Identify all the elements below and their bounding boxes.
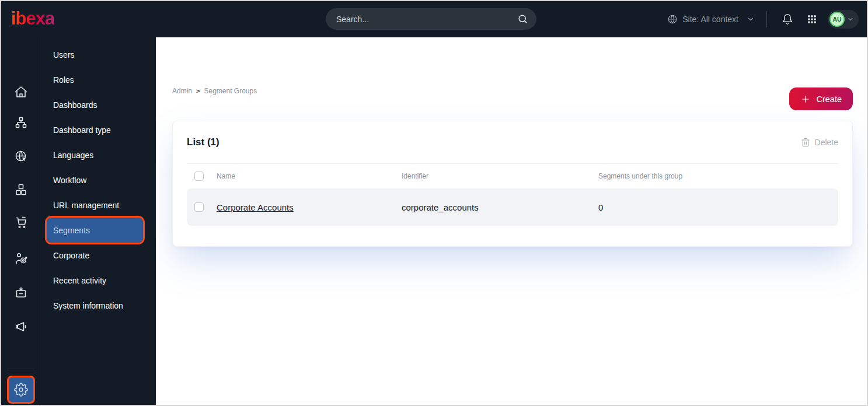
list-title: List (1): [187, 136, 219, 148]
topbar-right-cluster: Site: All context AU: [667, 1, 859, 37]
sidebar-item-products[interactable]: [1, 182, 40, 197]
delete-button[interactable]: Delete: [801, 138, 838, 147]
rail-divider: [7, 369, 34, 369]
icon-rail: [1, 37, 40, 405]
global-search[interactable]: [326, 8, 536, 30]
list-card: List (1) Delete Name Identifier Segments…: [172, 121, 853, 247]
site-context-label: Site: All context: [682, 15, 738, 24]
site-context-dropdown[interactable]: Site: All context: [667, 14, 755, 24]
menu-item-dashboard-type[interactable]: Dashboard type: [47, 117, 143, 142]
sidebar-item-corporate[interactable]: [1, 285, 40, 300]
product-boxes-icon: [14, 183, 28, 197]
breadcrumb: Admin > Segment Groups: [172, 87, 257, 95]
ibexa-logo[interactable]: ibexa: [11, 8, 54, 29]
table-header-row: Name Identifier Segments under this grou…: [187, 164, 838, 188]
segment-group-identifier: corporate_accounts: [402, 202, 598, 212]
menu-item-recent-activity[interactable]: Recent activity: [47, 268, 143, 293]
commerce-cart-icon: [14, 215, 28, 229]
content-structure-icon: [14, 116, 28, 130]
column-header-segments: Segments under this group: [598, 172, 838, 180]
breadcrumb-separator: >: [196, 88, 200, 94]
sidebar-item-site[interactable]: [1, 149, 40, 164]
menu-item-url-management[interactable]: URL management: [47, 192, 143, 218]
globe-icon: [667, 14, 678, 24]
trash-icon: [801, 138, 810, 147]
create-button-label: Create: [816, 94, 842, 104]
breadcrumb-admin[interactable]: Admin: [172, 87, 192, 95]
sidebar-item-marketing[interactable]: [1, 319, 40, 334]
row-checkbox[interactable]: [194, 202, 204, 212]
search-icon[interactable]: [517, 13, 528, 24]
sidebar-item-personalization[interactable]: [1, 251, 40, 266]
menu-item-roles[interactable]: Roles: [47, 67, 143, 92]
segment-group-count: 0: [598, 202, 838, 212]
sidebar-item-admin[interactable]: [7, 376, 35, 404]
breadcrumb-segment-groups[interactable]: Segment Groups: [204, 87, 257, 95]
main-content: Admin > Segment Groups Segment Groups Cr…: [156, 37, 867, 405]
segment-groups-table: Name Identifier Segments under this grou…: [173, 164, 852, 226]
corporate-badge-icon: [14, 286, 28, 300]
create-button[interactable]: Create: [789, 88, 853, 110]
list-card-header: List (1) Delete: [173, 121, 852, 163]
chevron-down-icon: [747, 15, 755, 23]
sidebar-item-content-structure[interactable]: [1, 115, 40, 130]
sidebar-item-commerce[interactable]: [1, 215, 40, 230]
menu-item-users[interactable]: Users: [47, 42, 143, 67]
column-header-identifier: Identifier: [402, 172, 598, 180]
user-menu[interactable]: AU: [828, 10, 859, 29]
app-grid-icon[interactable]: [803, 10, 821, 28]
table-row: Corporate Accounts corporate_accounts 0: [187, 188, 838, 226]
column-header-name: Name: [217, 172, 402, 180]
marketing-megaphone-icon: [14, 320, 28, 334]
topbar: ibexa Site: All context AU: [1, 1, 867, 37]
home-icon: [14, 85, 28, 99]
menu-item-system-information[interactable]: System information: [47, 293, 143, 318]
personalization-target-icon: [14, 251, 28, 265]
notifications-bell-icon[interactable]: [779, 10, 796, 28]
select-all-checkbox[interactable]: [194, 172, 204, 181]
menu-item-segments[interactable]: Segments: [47, 218, 143, 243]
delete-button-label: Delete: [815, 138, 838, 147]
topbar-divider: [766, 11, 767, 27]
segment-group-name-link[interactable]: Corporate Accounts: [217, 202, 402, 212]
site-globe-icon: [14, 149, 28, 163]
menu-item-dashboards[interactable]: Dashboards: [47, 92, 143, 117]
admin-gear-icon: [14, 383, 28, 397]
menu-item-corporate[interactable]: Corporate: [47, 243, 143, 268]
sidebar-item-home[interactable]: [1, 85, 40, 100]
menu-item-workflow[interactable]: Workflow: [47, 167, 143, 192]
search-input[interactable]: [336, 15, 517, 24]
plus-icon: [800, 94, 811, 104]
menu-item-languages[interactable]: Languages: [47, 142, 143, 167]
avatar: AU: [829, 12, 845, 27]
admin-menu: Users Roles Dashboards Dashboard type La…: [40, 37, 156, 405]
chevron-down-icon: [847, 16, 854, 23]
